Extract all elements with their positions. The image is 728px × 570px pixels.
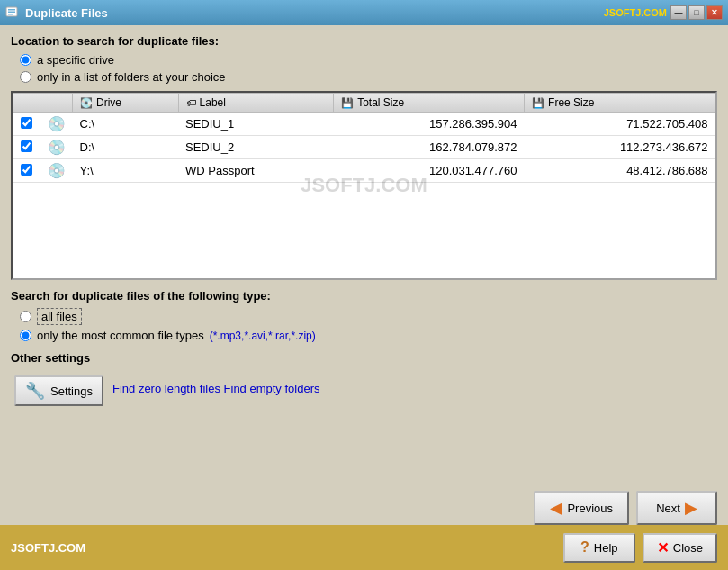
drive-label-cell: SEDIU_2: [178, 136, 334, 159]
search-type-label: Search for duplicate files of the follow…: [11, 289, 717, 303]
col-drive-label: Drive: [96, 96, 121, 109]
drive-letter-cell: C:\: [73, 113, 179, 136]
drive-table: 💽 Drive 🏷 Label 💾 Total Size: [13, 93, 715, 183]
table-row: 💿C:\SEDIU_1157.286.395.90471.522.705.408: [13, 113, 715, 136]
radio-folders[interactable]: [20, 71, 31, 83]
previous-button[interactable]: ◀ Previous: [534, 491, 629, 525]
next-label: Next: [656, 502, 680, 515]
option-specific-drive-label: a specific drive: [37, 53, 114, 67]
drive-type-icon: 💿: [48, 140, 66, 155]
radio-specific-drive[interactable]: [20, 54, 31, 66]
settings-row: 🔧 Settings Find zero length files Find e…: [11, 370, 717, 406]
option-all-files-label: all files: [37, 308, 82, 325]
help-icon: ?: [580, 539, 589, 556]
bottom-bar: JSOFTJ.COM ? Help ✕ Close: [0, 525, 728, 570]
drive-letter-cell: Y:\: [73, 159, 179, 183]
free-col-icon: 💾: [532, 97, 544, 109]
search-type-section: Search for duplicate files of the follow…: [11, 289, 717, 342]
total-col-icon: 💾: [341, 97, 354, 109]
drive-label-cell: SEDIU_1: [178, 113, 334, 136]
option-common-types-label: only the most common file types: [37, 329, 204, 342]
option-common-types[interactable]: only the most common file types (*.mp3,*…: [20, 329, 717, 342]
drive-free-size-cell: 71.522.705.408: [525, 113, 715, 136]
svg-rect-3: [8, 14, 13, 15]
drive-icon-cell: 💿: [40, 113, 73, 136]
svg-rect-1: [8, 9, 15, 11]
other-settings-label: Other settings: [11, 351, 717, 365]
drive-icon-cell: 💿: [40, 136, 73, 159]
drive-total-size-cell: 162.784.079.872: [334, 136, 525, 159]
close-label: Close: [673, 541, 703, 555]
table-row: 💿Y:\WD Passport120.031.477.76048.412.786…: [13, 159, 715, 183]
table-row: 💿D:\SEDIU_2162.784.079.872112.273.436.67…: [13, 136, 715, 159]
col-check: [13, 94, 40, 113]
close-button[interactable]: ✕ Close: [643, 533, 717, 563]
help-button[interactable]: ? Help: [563, 533, 635, 563]
title-logo: JSOFTJ.COM: [604, 7, 667, 18]
drive-free-size-cell: 112.273.436.672: [525, 136, 715, 159]
find-links[interactable]: Find zero length files Find empty folder…: [112, 382, 320, 395]
other-settings-section: Other settings 🔧 Settings Find zero leng…: [11, 351, 717, 406]
option-folders[interactable]: only in a list of folders at your choice: [20, 70, 717, 84]
col-total-label: Total Size: [357, 96, 404, 109]
label-col-icon: 🏷: [186, 97, 196, 108]
help-label: Help: [594, 541, 618, 555]
col-total-header[interactable]: 💾 Total Size: [334, 94, 525, 113]
col-drive-icon: [40, 94, 73, 113]
drive-checkbox[interactable]: [21, 140, 32, 152]
file-types-hint: (*.mp3,*.avi,*.rar,*.zip): [210, 330, 316, 342]
location-label: Location to search for duplicate files:: [11, 34, 717, 48]
drive-type-icon: 💿: [48, 116, 66, 131]
minimize-button[interactable]: —: [670, 5, 687, 20]
drive-checkbox[interactable]: [21, 117, 32, 129]
bottom-logo: JSOFTJ.COM: [11, 541, 85, 555]
maximize-button[interactable]: □: [688, 5, 705, 20]
drive-letter-cell: D:\: [73, 136, 179, 159]
col-free-label: Free Size: [548, 96, 594, 109]
drive-total-size-cell: 157.286.395.904: [334, 113, 525, 136]
col-label-header[interactable]: 🏷 Label: [178, 94, 334, 113]
previous-label: Previous: [567, 502, 613, 515]
prev-arrow-icon: ◀: [550, 498, 562, 518]
location-section: Location to search for duplicate files: …: [11, 34, 717, 84]
drive-icon-cell: 💿: [40, 159, 73, 183]
settings-button-label: Settings: [50, 385, 93, 398]
main-content: Location to search for duplicate files: …: [0, 25, 728, 415]
col-free-header[interactable]: 💾 Free Size: [525, 94, 715, 113]
col-drive-header[interactable]: 💽 Drive: [73, 94, 179, 113]
drive-col-icon: 💽: [80, 97, 93, 109]
bottom-buttons: ? Help ✕ Close: [563, 533, 717, 563]
next-arrow-icon: ▶: [685, 498, 697, 518]
drive-free-size-cell: 48.412.786.688: [525, 159, 715, 183]
radio-all-files[interactable]: [20, 311, 31, 322]
window-title: Duplicate Files: [25, 6, 604, 20]
title-bar: Duplicate Files JSOFTJ.COM — □ ✕: [0, 0, 728, 25]
option-folders-label: only in a list of folders at your choice: [37, 70, 226, 84]
window-controls: — □ ✕: [670, 5, 723, 20]
option-all-files[interactable]: all files: [20, 308, 717, 325]
drive-total-size-cell: 120.031.477.760: [334, 159, 525, 183]
drive-type-icon: 💿: [48, 163, 66, 178]
svg-rect-2: [8, 12, 15, 14]
settings-button[interactable]: 🔧 Settings: [14, 375, 103, 406]
close-icon: ✕: [657, 539, 669, 556]
radio-common-types[interactable]: [20, 330, 31, 341]
option-specific-drive[interactable]: a specific drive: [20, 53, 717, 67]
drive-table-container: JSOFTJ.COM 💽 Drive 🏷 Label: [11, 91, 717, 280]
settings-icon: 🔧: [25, 381, 45, 401]
app-icon: [5, 5, 20, 20]
drive-label-cell: WD Passport: [178, 159, 334, 183]
drive-checkbox[interactable]: [21, 164, 32, 176]
navigation-buttons: ◀ Previous Next ▶: [534, 491, 717, 525]
window-close-button[interactable]: ✕: [706, 5, 723, 20]
col-label-label: Label: [200, 96, 226, 109]
next-button[interactable]: Next ▶: [636, 491, 717, 525]
